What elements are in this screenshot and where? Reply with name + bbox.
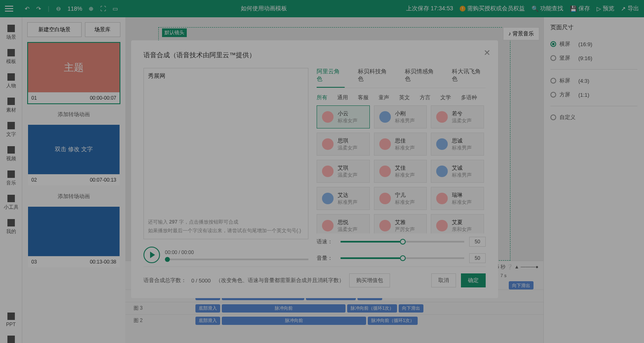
modal-overlay[interactable] [0, 0, 644, 343]
